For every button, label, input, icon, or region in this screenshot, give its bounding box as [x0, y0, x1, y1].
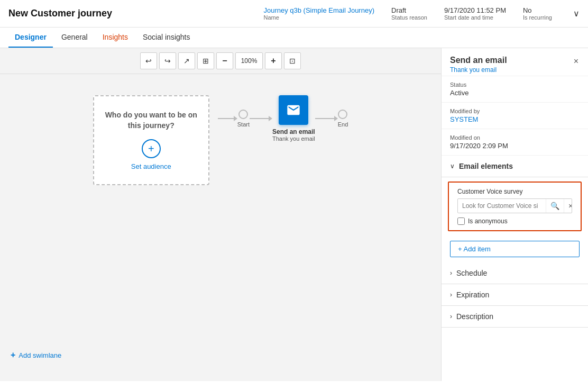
- cv-anonymous-row: Is anonymous: [457, 217, 572, 225]
- connector-line-3: [315, 118, 334, 119]
- arrow-3: [334, 116, 338, 121]
- status-field-value: Active: [450, 89, 580, 97]
- end-circle: [338, 110, 347, 119]
- add-swimlane-button[interactable]: + Add swimlane: [11, 350, 61, 360]
- expiration-label: Expiration: [456, 291, 489, 299]
- tab-social-insights[interactable]: Social insights: [136, 28, 197, 48]
- add-audience-button[interactable]: +: [142, 139, 161, 158]
- email-to-end-connector: [315, 116, 338, 121]
- expiration-chevron-icon: ›: [450, 291, 452, 298]
- email-node[interactable]: Send an email Thank you email: [272, 95, 315, 142]
- modified-on-value: 9/17/2020 2:09 PM: [450, 142, 580, 150]
- journey-flow: Who do you want to be on this journey? +…: [0, 74, 441, 206]
- description-label: Description: [456, 312, 493, 321]
- status-value: Draft: [391, 6, 427, 14]
- schedule-section-row[interactable]: › Schedule: [442, 262, 588, 284]
- end-label: End: [338, 121, 348, 128]
- meta-date: 9/17/2020 11:52 PM Start date and time: [444, 6, 506, 21]
- schedule-label: Schedule: [456, 269, 487, 277]
- cv-search-row: 🔍 ×: [457, 198, 572, 213]
- meta-recurring: No Is recurring: [523, 6, 552, 21]
- zoom-level-display: 100%: [235, 52, 263, 69]
- schedule-chevron-icon: ›: [450, 269, 452, 277]
- cv-search-icon[interactable]: 🔍: [546, 199, 564, 213]
- journey-name-label: Name: [263, 14, 374, 21]
- email-node-title: Send an email: [272, 128, 315, 135]
- audience-swimlane: Who do you want to be on this journey? +…: [93, 95, 209, 185]
- journey-name-value[interactable]: Journey q3b (Simple Email Journey): [263, 6, 374, 14]
- end-node: End: [338, 110, 348, 128]
- panel-header: Send an email Thank you email ×: [442, 48, 588, 76]
- arrow-2: [269, 116, 272, 121]
- status-field-label: Status: [450, 81, 580, 88]
- email-elements-title: Email elements: [459, 162, 513, 170]
- start-circle: [238, 110, 248, 119]
- panel-close-button[interactable]: ×: [573, 56, 580, 67]
- arrow-1: [234, 116, 237, 121]
- panel-title: Send an email: [450, 56, 507, 65]
- panel-status-section: Status Active: [442, 76, 588, 103]
- tab-general[interactable]: General: [55, 28, 94, 48]
- recurring-value: No: [523, 6, 552, 14]
- main-content: ↩ ↪ ↗ ⊞ − 100% + ⊡ Who do you want to be…: [0, 48, 588, 381]
- start-connector: [218, 116, 237, 121]
- tab-designer[interactable]: Designer: [8, 28, 53, 48]
- add-swimlane-icon: +: [11, 350, 15, 360]
- start-to-email-connector: [250, 116, 272, 121]
- header-expand-icon[interactable]: ∨: [573, 6, 580, 21]
- panel-modified-by-section: Modified by SYSTEM: [442, 103, 588, 129]
- date-label: Start date and time: [444, 14, 506, 21]
- fit-button[interactable]: ⊡: [284, 52, 301, 69]
- tab-bar: Designer General Insights Social insight…: [0, 28, 588, 48]
- panel-subtitle[interactable]: Thank you email: [450, 66, 507, 74]
- expand-button[interactable]: ↗: [178, 52, 195, 69]
- canvas-toolbar: ↩ ↪ ↗ ⊞ − 100% + ⊡: [0, 48, 441, 74]
- customer-voice-survey-section: Customer Voice survey 🔍 × Is anonymous: [448, 182, 582, 231]
- connector-line-1: [218, 118, 234, 119]
- email-node-sub: Thank you email: [272, 135, 315, 142]
- tab-insights[interactable]: Insights: [96, 28, 134, 48]
- description-chevron-icon: ›: [450, 313, 452, 320]
- email-icon: [286, 103, 301, 117]
- modified-by-value[interactable]: SYSTEM: [450, 115, 580, 123]
- cv-survey-label: Customer Voice survey: [457, 188, 572, 195]
- undo-button[interactable]: ↩: [140, 52, 157, 69]
- meta-name: Journey q3b (Simple Email Journey) Name: [263, 6, 374, 21]
- add-item-button[interactable]: + Add item: [450, 241, 580, 257]
- start-label: Start: [237, 121, 250, 128]
- date-value: 9/17/2020 11:52 PM: [444, 6, 506, 14]
- zoom-out-button[interactable]: −: [216, 52, 233, 69]
- flow-start: Start Send an email Thank you email: [218, 95, 348, 142]
- journey-canvas-area: ↩ ↪ ↗ ⊞ − 100% + ⊡ Who do you want to be…: [0, 48, 441, 381]
- cv-anonymous-label: Is anonymous: [468, 217, 508, 225]
- add-swimlane-label: Add swimlane: [19, 351, 61, 359]
- status-label: Status reason: [391, 14, 427, 21]
- header-meta: Journey q3b (Simple Email Journey) Name …: [263, 6, 580, 21]
- modified-by-label: Modified by: [450, 108, 580, 114]
- page-title: New Customer journey: [8, 8, 112, 19]
- connector-line-2: [250, 118, 269, 119]
- redo-button[interactable]: ↪: [159, 52, 176, 69]
- swimlane-text: Who do you want to be on this journey?: [105, 110, 198, 131]
- modified-on-label: Modified on: [450, 134, 580, 141]
- right-panel: Send an email Thank you email × Status A…: [441, 48, 588, 381]
- panel-modified-on-section: Modified on 9/17/2020 2:09 PM: [442, 129, 588, 156]
- start-node: Start: [237, 110, 250, 128]
- cv-anonymous-checkbox[interactable]: [457, 217, 465, 225]
- cv-search-input[interactable]: [458, 199, 546, 212]
- email-node-box[interactable]: [279, 95, 308, 125]
- email-elements-collapse-icon: ∨: [450, 162, 455, 170]
- panel-header-text: Send an email Thank you email: [450, 56, 507, 74]
- description-section-row[interactable]: › Description: [442, 306, 588, 328]
- grid-button[interactable]: ⊞: [197, 52, 214, 69]
- email-elements-section-header[interactable]: ∨ Email elements: [442, 156, 588, 177]
- cv-search-clear-icon[interactable]: ×: [564, 199, 572, 213]
- zoom-in-button[interactable]: +: [265, 52, 282, 69]
- recurring-label: Is recurring: [523, 14, 552, 21]
- expiration-section-row[interactable]: › Expiration: [442, 284, 588, 306]
- add-item-label: + Add item: [458, 245, 491, 253]
- app-header: New Customer journey Journey q3b (Simple…: [0, 0, 588, 28]
- set-audience-link[interactable]: Set audience: [131, 162, 171, 170]
- meta-status: Draft Status reason: [391, 6, 427, 21]
